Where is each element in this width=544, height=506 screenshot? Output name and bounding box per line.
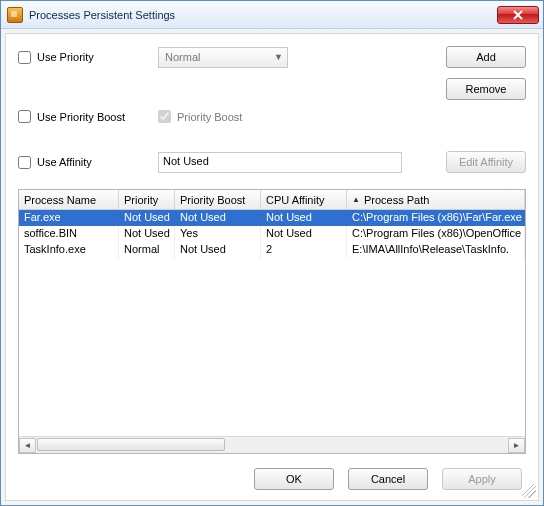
add-button-label: Add — [476, 51, 496, 63]
table-cell: Yes — [175, 226, 261, 242]
table-cell: Not Used — [119, 210, 175, 226]
apply-button: Apply — [442, 468, 522, 490]
edit-affinity-label: Edit Affinity — [459, 156, 513, 168]
scroll-thumb[interactable] — [37, 438, 225, 451]
table-cell: TaskInfo.exe — [19, 242, 119, 258]
th-cpu-affinity[interactable]: CPU Affinity — [261, 190, 347, 209]
table-row[interactable]: Far.exeNot UsedNot UsedNot UsedC:\Progra… — [19, 210, 525, 226]
table-cell: C:\Program Files (x86)\OpenOffice — [347, 226, 525, 242]
dialog-window: Processes Persistent Settings Use Priori… — [0, 0, 544, 506]
edit-affinity-button: Edit Affinity — [446, 151, 526, 173]
use-affinity-checkbox[interactable]: Use Affinity — [18, 156, 158, 169]
add-button[interactable]: Add — [446, 46, 526, 68]
close-button[interactable] — [497, 6, 539, 24]
use-priority-checkbox[interactable]: Use Priority — [18, 51, 158, 64]
table-row[interactable]: TaskInfo.exeNormalNot Used2E:\IMA\AllInf… — [19, 242, 525, 258]
th-process-name[interactable]: Process Name — [19, 190, 119, 209]
remove-button[interactable]: Remove — [446, 78, 526, 100]
table-cell: Normal — [119, 242, 175, 258]
scroll-left-button[interactable]: ◄ — [19, 438, 36, 453]
table-row[interactable]: soffice.BINNot UsedYesNot UsedC:\Program… — [19, 226, 525, 242]
table-cell: Not Used — [175, 210, 261, 226]
remove-button-label: Remove — [466, 83, 507, 95]
use-priority-label: Use Priority — [37, 51, 94, 63]
horizontal-scrollbar[interactable]: ◄ ► — [19, 436, 525, 453]
ok-button-label: OK — [286, 473, 302, 485]
form-grid: Use Priority Normal ▼ Add Remove Use Pri… — [18, 46, 526, 173]
table-cell: C:\Program Files (x86)\Far\Far.exe — [347, 210, 525, 226]
cancel-button[interactable]: Cancel — [348, 468, 428, 490]
table-cell: Far.exe — [19, 210, 119, 226]
use-affinity-input[interactable] — [18, 156, 31, 169]
priority-boost-checkbox: Priority Boost — [158, 110, 418, 123]
table-cell: 2 — [261, 242, 347, 258]
priority-combo[interactable]: Normal ▼ — [158, 47, 288, 68]
th-priority[interactable]: Priority — [119, 190, 175, 209]
scroll-track[interactable] — [37, 438, 507, 453]
use-priority-boost-input[interactable] — [18, 110, 31, 123]
resize-grip[interactable] — [522, 484, 536, 498]
use-priority-boost-label: Use Priority Boost — [37, 111, 125, 123]
apply-button-label: Apply — [468, 473, 496, 485]
use-priority-input[interactable] — [18, 51, 31, 64]
priority-boost-input — [158, 110, 171, 123]
window-title: Processes Persistent Settings — [29, 9, 491, 21]
close-icon — [513, 10, 523, 20]
use-affinity-label: Use Affinity — [37, 156, 92, 168]
th-priority-boost[interactable]: Priority Boost — [175, 190, 261, 209]
table-header-row: Process Name Priority Priority Boost CPU… — [19, 190, 525, 210]
app-icon — [7, 7, 23, 23]
priority-boost-label: Priority Boost — [177, 111, 242, 123]
table-cell: Not Used — [175, 242, 261, 258]
table-cell: soffice.BIN — [19, 226, 119, 242]
th-process-path[interactable]: Process Path — [347, 190, 525, 209]
table-cell: E:\IMA\AllInfo\Release\TaskInfo. — [347, 242, 525, 258]
priority-combo-value: Normal — [165, 51, 200, 63]
chevron-down-icon: ▼ — [274, 52, 283, 62]
table-body: Far.exeNot UsedNot UsedNot UsedC:\Progra… — [19, 210, 525, 436]
dialog-footer: OK Cancel Apply — [18, 454, 526, 490]
ok-button[interactable]: OK — [254, 468, 334, 490]
cancel-button-label: Cancel — [371, 473, 405, 485]
use-priority-boost-checkbox[interactable]: Use Priority Boost — [18, 110, 158, 123]
affinity-text-value: Not Used — [163, 155, 209, 167]
affinity-textbox[interactable]: Not Used — [158, 152, 402, 173]
table-cell: Not Used — [261, 226, 347, 242]
process-table[interactable]: Process Name Priority Priority Boost CPU… — [18, 189, 526, 454]
table-cell: Not Used — [261, 210, 347, 226]
table-cell: Not Used — [119, 226, 175, 242]
scroll-right-button[interactable]: ► — [508, 438, 525, 453]
client-area: Use Priority Normal ▼ Add Remove Use Pri… — [5, 33, 539, 501]
titlebar: Processes Persistent Settings — [1, 1, 543, 29]
